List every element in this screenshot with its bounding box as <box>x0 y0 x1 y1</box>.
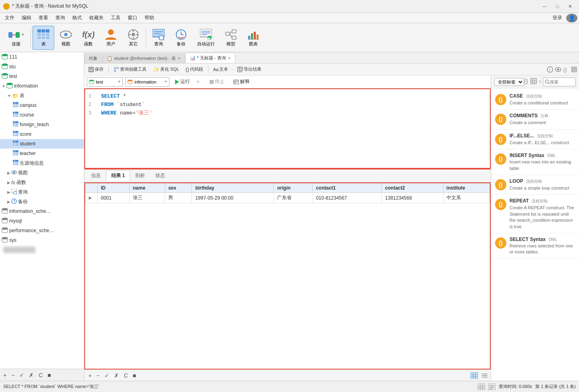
sidebar-item-perf-schema[interactable]: performance_sche… <box>0 226 84 235</box>
sidebar-item-teacher[interactable]: teacher <box>0 149 84 158</box>
th-sex[interactable]: sex <box>165 184 192 193</box>
snippet-item-comments[interactable]: () COMMENTS 注释 Create a comment <box>491 110 579 129</box>
menu-edit[interactable]: 编辑 <box>18 14 35 22</box>
sidebar-item-sys[interactable]: sys <box>0 235 84 245</box>
menu-favorites[interactable]: 收藏夹 <box>86 14 107 22</box>
res-tab-info[interactable]: 信息 <box>86 170 106 181</box>
close-button[interactable]: ✕ <box>565 2 576 11</box>
th-contact1[interactable]: contact1 <box>312 184 381 193</box>
toolbar-model-btn[interactable]: 模型 <box>220 26 242 50</box>
sidebar-item-111[interactable]: 111 <box>0 52 84 62</box>
toolbar-table-btn[interactable]: 表 <box>33 26 54 50</box>
results-check-btn[interactable]: ✓ <box>103 372 111 380</box>
results-stop-btn[interactable]: ■ <box>131 372 138 380</box>
sidebar-item-test[interactable]: test <box>0 71 84 81</box>
snippet-item-loop[interactable]: () LOOP 流程控制 Create a simple loop constr… <box>491 175 579 195</box>
sidebar-item-shengdi[interactable]: 生源地信息 <box>0 158 84 168</box>
tab-query[interactable]: 📊 * 无标题 - 查询 ✕ <box>186 53 235 63</box>
snippet-search-input[interactable] <box>550 80 574 84</box>
sql-editor[interactable]: 1 SELECT * 2 FROM `student` 3 WHERE name… <box>84 88 491 169</box>
menu-file[interactable]: 文件 <box>2 14 18 22</box>
tab-student-table-close[interactable]: ✕ <box>177 56 181 61</box>
sidebar-item-student[interactable]: student <box>0 139 84 149</box>
th-origin[interactable]: origin <box>274 184 313 193</box>
sidebar-remove-btn[interactable]: − <box>10 371 16 379</box>
snippet-item-ifelse[interactable]: () IF...ELSE... 流程控制 Create a IF...ELSE.… <box>491 130 579 149</box>
menu-query[interactable]: 查询 <box>52 14 68 22</box>
login-button[interactable]: 登录 <box>549 14 565 22</box>
results-refresh-btn[interactable]: C <box>122 372 129 380</box>
beautify-sql-button[interactable]: ✨ 美化 SQL <box>151 65 181 73</box>
menu-view[interactable]: 查看 <box>35 14 51 22</box>
toolbar-user-btn[interactable]: 用户 <box>100 26 122 50</box>
th-contact2[interactable]: contact2 <box>382 184 443 193</box>
toolbar-autorun-btn[interactable]: ▶ 自动运行 <box>193 26 219 50</box>
sidebar-item-campus[interactable]: campus <box>0 100 84 110</box>
toolbar-function-btn[interactable]: f(x) 函数 <box>77 26 99 50</box>
results-del-row-btn[interactable]: − <box>95 372 101 380</box>
sidebar-item-information[interactable]: ▼ information <box>0 81 84 91</box>
query-build-tool-button[interactable]: 查询创建工具 <box>111 65 149 73</box>
toolbar-chart-btn[interactable]: 图表 <box>243 26 264 50</box>
run-query-button[interactable]: 运行 <box>172 78 193 86</box>
sidebar-refresh-btn[interactable]: C <box>37 371 44 379</box>
toolbar-backup-btn[interactable]: 备份 <box>170 26 192 50</box>
snippet-item-repeat[interactable]: () REPEAT 流程控制 Create A REPEAT construct… <box>491 195 579 233</box>
stop-query-button[interactable]: 停止 <box>206 78 228 86</box>
results-add-row-btn[interactable]: + <box>87 372 93 380</box>
minimize-button[interactable]: ─ <box>539 2 550 11</box>
sidebar-item-tables-folder[interactable]: ▼ 📁 表 <box>0 91 84 100</box>
grid-view-icon[interactable] <box>471 372 478 379</box>
toolbar-query-btn[interactable]: 查询 <box>148 26 169 50</box>
sidebar-item-score[interactable]: score <box>0 129 84 139</box>
snippet-item-select-syntax[interactable]: () SELECT Syntax DML Retrieve rows selec… <box>491 233 579 259</box>
parens-icon-header[interactable]: () <box>563 66 569 73</box>
snippet-tag-selector[interactable]: 全部标签 <box>494 78 524 86</box>
info-icon-header[interactable]: i <box>547 66 553 73</box>
sidebar-add-btn[interactable]: + <box>2 371 8 379</box>
sidebar-stop-btn[interactable]: ■ <box>46 371 53 379</box>
toolbar-view-btn[interactable]: 视图 <box>55 26 77 50</box>
save-button[interactable]: 保存 <box>86 65 106 73</box>
toolbar-other-btn[interactable]: 其它 <box>122 26 144 50</box>
sidebar-item-stu[interactable]: stu <box>0 62 84 71</box>
results-cancel-btn[interactable]: ✗ <box>112 372 120 380</box>
res-tab-status[interactable]: 状态 <box>150 170 170 181</box>
status-grid-icon[interactable] <box>478 384 485 390</box>
text-button[interactable]: Aa 文本 <box>211 65 230 73</box>
menu-tools[interactable]: 工具 <box>108 14 124 22</box>
export-button[interactable]: 导出结果 <box>235 65 264 73</box>
toolbar-connect-btn[interactable]: ▼ 连接 <box>3 26 29 50</box>
snippet-item-case[interactable]: () CASE 流程控制 Create a conditional constr… <box>491 90 579 110</box>
tab-object[interactable]: 对象 <box>84 53 102 63</box>
code-snippet-button[interactable]: () 代码段 <box>183 65 206 73</box>
eye-icon-header[interactable] <box>555 66 561 73</box>
res-tab-result1[interactable]: 结果 1 <box>106 170 130 181</box>
menu-format[interactable]: 格式 <box>69 14 85 22</box>
menu-help[interactable]: 帮助 <box>141 14 157 22</box>
sidebar-cancel-btn[interactable]: ✗ <box>27 371 35 379</box>
menu-window[interactable]: 窗口 <box>124 14 141 22</box>
sidebar-item-views-folder[interactable]: ▶ 视图 <box>0 168 84 178</box>
status-form-icon[interactable] <box>488 384 495 390</box>
maximize-button[interactable]: □ <box>552 2 563 11</box>
db1-selector[interactable]: test ▼ <box>87 77 123 87</box>
explain-button[interactable]: 解释 <box>230 78 253 86</box>
th-institute[interactable]: institute <box>443 184 489 193</box>
sidebar-item-foreign-teach[interactable]: foreign_teach <box>0 120 84 129</box>
snippet-expand-icon[interactable]: › <box>539 78 541 86</box>
res-tab-profile[interactable]: 剖析 <box>130 170 150 181</box>
th-name[interactable]: name <box>129 184 165 193</box>
snippet-item-insert-syntax[interactable]: () INSERT Syntax DML Insert new rows int… <box>491 149 579 175</box>
th-birthday[interactable]: birthday <box>192 184 274 193</box>
list-view-icon[interactable] <box>481 372 488 379</box>
tab-student-table[interactable]: 📋 student @information (test) - 表 ✕ <box>102 53 185 63</box>
sidebar-check-btn[interactable]: ✓ <box>18 371 26 379</box>
user-avatar[interactable]: 👤 <box>566 14 577 22</box>
sidebar-item-backups-folder[interactable]: ▶ 备份 <box>0 197 84 206</box>
sidebar-item-functions-folder[interactable]: ▶ fx 函数 <box>0 178 84 187</box>
snippet-search-box[interactable] <box>543 78 576 86</box>
db2-selector[interactable]: information ▼ <box>125 77 169 87</box>
grid-icon-header[interactable] <box>571 66 577 73</box>
sidebar-item-queries-folder[interactable]: ▶ 查询 <box>0 187 84 197</box>
